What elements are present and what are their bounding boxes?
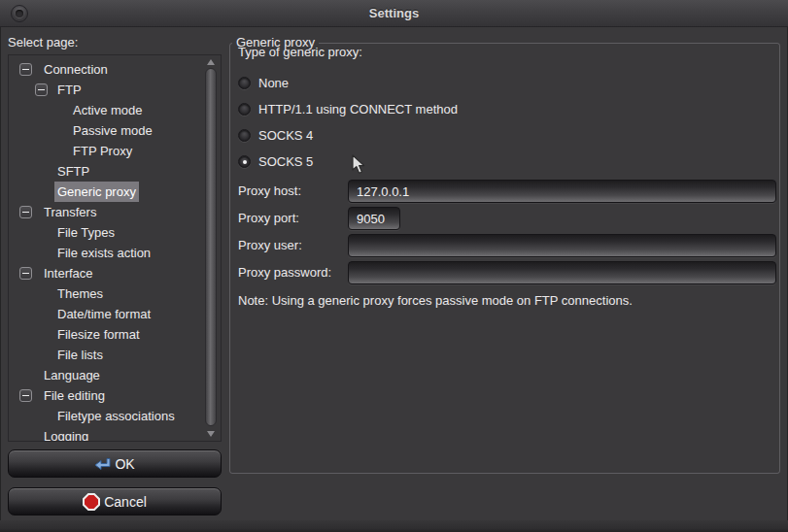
- tree-item-active-mode[interactable]: Active mode: [9, 100, 221, 120]
- radio-circle-icon[interactable]: [238, 77, 251, 89]
- proxy-password-label: Proxy password:: [238, 265, 331, 280]
- cancel-button-label: Cancel: [104, 494, 147, 510]
- tree-item-logging[interactable]: Logging: [9, 426, 221, 442]
- proxy-user-input[interactable]: [348, 234, 776, 257]
- proxy-port-input[interactable]: [348, 207, 400, 230]
- radio-circle-icon[interactable]: [238, 103, 251, 116]
- proxy-type-radio-group: None HTTP/1.1 using CONNECT method SOCKS…: [238, 70, 646, 175]
- radio-circle-icon[interactable]: [238, 155, 251, 168]
- tree-item-ftp[interactable]: FTP: [9, 80, 221, 100]
- radio-socks5[interactable]: SOCKS 5: [238, 149, 646, 175]
- tree-item-ftp-proxy[interactable]: FTP Proxy: [9, 141, 221, 161]
- proxy-user-label: Proxy user:: [238, 238, 302, 252]
- tree-list: Connection FTP Active mode Passive mode …: [9, 55, 221, 442]
- settings-tree: Connection FTP Active mode Passive mode …: [8, 54, 222, 442]
- scrollbar-thumb[interactable]: [205, 68, 217, 426]
- radio-none[interactable]: None: [238, 70, 646, 96]
- tree-item-datetime-format[interactable]: Date/time format: [9, 304, 221, 324]
- tree-item-file-exists-action[interactable]: File exists action: [9, 243, 221, 263]
- cancel-button[interactable]: Cancel: [8, 487, 222, 515]
- minus-expander-icon[interactable]: [19, 63, 32, 76]
- proxy-password-input[interactable]: [348, 261, 776, 284]
- tree-item-themes[interactable]: Themes: [9, 283, 221, 304]
- proxy-host-input[interactable]: [348, 180, 776, 203]
- tree-item-file-editing[interactable]: File editing: [9, 385, 221, 406]
- radio-socks4[interactable]: SOCKS 4: [238, 122, 646, 149]
- tree-item-filesize-format[interactable]: Filesize format: [9, 324, 221, 345]
- window-title: Settings: [0, 0, 788, 27]
- window-bottom-edge: [0, 520, 788, 532]
- return-arrow-icon: [94, 457, 111, 471]
- select-page-label: Select page:: [8, 35, 78, 50]
- settings-dialog: Settings Select page: Connection FTP Act…: [0, 0, 788, 532]
- tree-item-generic-proxy[interactable]: Generic proxy: [9, 182, 221, 202]
- proxy-note: Note: Using a generic proxy forces passi…: [238, 293, 633, 308]
- radio-http-connect[interactable]: HTTP/1.1 using CONNECT method: [238, 96, 646, 122]
- tree-item-interface[interactable]: Interface: [9, 263, 221, 283]
- tree-item-file-lists[interactable]: File lists: [9, 345, 221, 365]
- ok-button-label: OK: [115, 456, 134, 472]
- scroll-down-icon[interactable]: [207, 431, 215, 437]
- minus-expander-icon[interactable]: [19, 389, 32, 402]
- scroll-up-icon[interactable]: [207, 59, 215, 65]
- proxy-type-label: Type of generic proxy:: [238, 45, 362, 59]
- tree-item-sftp[interactable]: SFTP: [9, 161, 221, 182]
- stop-sign-icon: [83, 493, 100, 511]
- tree-item-language[interactable]: Language: [9, 365, 221, 385]
- titlebar[interactable]: Settings: [0, 0, 788, 27]
- radio-circle-icon[interactable]: [238, 129, 251, 142]
- tree-item-transfers[interactable]: Transfers: [9, 202, 221, 222]
- minus-expander-icon[interactable]: [35, 83, 48, 96]
- tree-item-filetype-associations[interactable]: Filetype associations: [9, 406, 221, 426]
- proxy-host-label: Proxy host:: [238, 183, 301, 198]
- tree-item-connection[interactable]: Connection: [9, 59, 221, 80]
- proxy-port-label: Proxy port:: [238, 211, 299, 225]
- minus-expander-icon[interactable]: [19, 206, 32, 218]
- tree-scrollbar[interactable]: [204, 57, 219, 439]
- tree-item-file-types[interactable]: File Types: [9, 222, 221, 243]
- tree-item-passive-mode[interactable]: Passive mode: [9, 120, 221, 141]
- ok-button[interactable]: OK: [8, 449, 222, 478]
- minus-expander-icon[interactable]: [19, 267, 32, 280]
